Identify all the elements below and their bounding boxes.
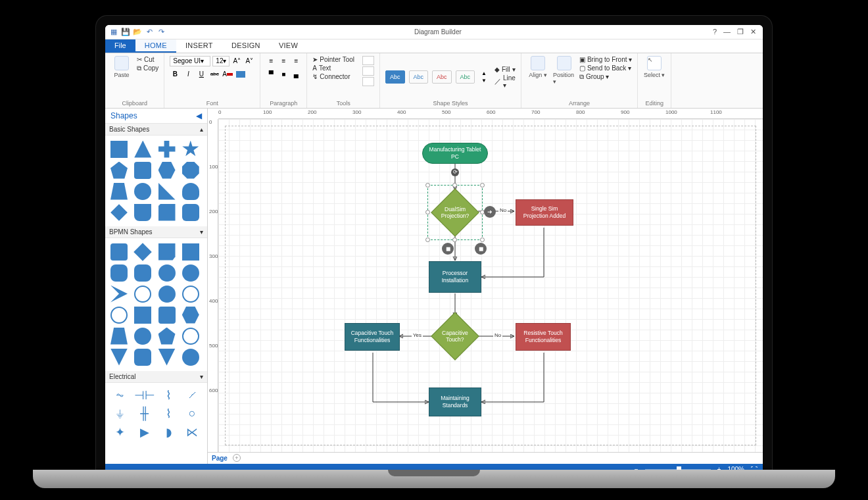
- tab-design[interactable]: DESIGN: [222, 39, 270, 53]
- shape-plus[interactable]: [158, 141, 176, 158]
- valign-top-icon[interactable]: ▀: [266, 69, 276, 80]
- elec-11[interactable]: ◗: [159, 425, 179, 439]
- tool-opt-3[interactable]: [362, 77, 374, 86]
- strike-button[interactable]: abc: [209, 69, 220, 80]
- elec-10[interactable]: ▶: [134, 425, 155, 439]
- shape-hex[interactable]: [158, 162, 176, 179]
- grid-icon[interactable]: ▦: [109, 27, 118, 36]
- bpmn-6[interactable]: [134, 264, 151, 282]
- bpmn-18[interactable]: [134, 328, 151, 345]
- grow-font-button[interactable]: A˄: [231, 56, 242, 66]
- bpmn-21[interactable]: [110, 349, 128, 366]
- elec-2[interactable]: ⊣⊢: [134, 388, 155, 403]
- highlight-button[interactable]: [235, 69, 246, 80]
- style-swatch-4[interactable]: Abc: [456, 70, 475, 84]
- shape-rrect[interactable]: [182, 204, 199, 221]
- align-button[interactable]: Align ▾: [527, 56, 549, 78]
- minimize-icon[interactable]: —: [723, 28, 731, 36]
- bpmn-22[interactable]: [134, 349, 151, 366]
- shape-oct[interactable]: [182, 162, 199, 179]
- elec-4[interactable]: ⟋: [182, 388, 202, 403]
- font-size-select[interactable]: 12 ▾: [212, 56, 229, 66]
- select-button[interactable]: ↖Select ▾: [643, 56, 665, 78]
- bpmn-14[interactable]: [134, 307, 151, 324]
- bpmn-4[interactable]: [182, 243, 199, 261]
- shape-pent[interactable]: [110, 162, 128, 179]
- elec-1[interactable]: ⏦: [110, 388, 130, 403]
- bold-button[interactable]: B: [170, 69, 180, 80]
- node-maintain[interactable]: Maintaining Standards: [429, 388, 481, 416]
- save-icon[interactable]: 💾: [121, 27, 130, 36]
- copy-button[interactable]: ⧉ Copy: [137, 64, 158, 72]
- bpmn-23[interactable]: [158, 349, 176, 366]
- shape-triangle[interactable]: [134, 141, 151, 158]
- cat-bpmn[interactable]: BPMN Shapes▾: [105, 226, 207, 238]
- pointer-tool-button[interactable]: ➤ Pointer Tool: [312, 56, 354, 63]
- paste-button[interactable]: Paste: [110, 56, 133, 78]
- bpmn-5[interactable]: [110, 264, 128, 282]
- group-button[interactable]: ⧉ Group ▾: [579, 73, 632, 81]
- bpmn-8[interactable]: [182, 264, 199, 282]
- valign-mid-icon[interactable]: ■: [278, 69, 289, 80]
- cut-button[interactable]: ✂ Cut: [137, 56, 158, 63]
- shape-card[interactable]: [158, 204, 176, 221]
- tool-opt-2[interactable]: [362, 66, 374, 76]
- valign-bot-icon[interactable]: ▄: [291, 69, 301, 80]
- sel-action-1[interactable]: ◼: [442, 243, 454, 255]
- font-color-button[interactable]: A: [222, 69, 233, 80]
- bpmn-16[interactable]: [182, 307, 199, 324]
- node-resfunc[interactable]: Resistive Touch Functionalities: [516, 323, 571, 351]
- bpmn-12[interactable]: [182, 286, 199, 303]
- fill-button[interactable]: ◆ Fill ▾: [494, 66, 516, 73]
- elec-5[interactable]: ⏚: [110, 407, 130, 421]
- maximize-icon[interactable]: ❐: [737, 28, 744, 36]
- style-more-dn[interactable]: ▼: [481, 78, 487, 84]
- shape-doc[interactable]: [134, 204, 151, 221]
- line-button[interactable]: ／ Line ▾: [494, 74, 516, 89]
- open-icon[interactable]: 📂: [133, 27, 142, 36]
- italic-button[interactable]: I: [183, 69, 193, 80]
- elec-8[interactable]: ○: [182, 407, 202, 421]
- position-button[interactable]: Position ▾: [553, 56, 575, 85]
- bpmn-20[interactable]: [182, 328, 199, 345]
- rotate-handle[interactable]: ⟳: [451, 168, 459, 176]
- node-singlesim[interactable]: Single Sim Projection Added: [516, 199, 573, 226]
- style-more-up[interactable]: ▲: [481, 70, 487, 76]
- shape-rect[interactable]: [110, 141, 128, 158]
- font-family-select[interactable]: Segoe UI ▾: [170, 56, 210, 66]
- shape-rtri[interactable]: [158, 183, 176, 200]
- file-tab[interactable]: File: [105, 39, 135, 53]
- elec-3[interactable]: ⌇: [159, 388, 179, 403]
- bpmn-19[interactable]: [158, 328, 176, 345]
- bpmn-1[interactable]: [110, 243, 128, 261]
- help-icon[interactable]: ?: [713, 28, 717, 36]
- send-back-button[interactable]: ▢ Send to Back ▾: [579, 64, 632, 72]
- collapse-panel-icon[interactable]: ◀: [196, 111, 202, 120]
- bpmn-24[interactable]: [182, 349, 199, 366]
- node-capfunc[interactable]: Capacitive Touch Functionalities: [345, 323, 400, 351]
- bpmn-7[interactable]: [158, 264, 176, 282]
- elec-9[interactable]: ✦: [110, 425, 130, 439]
- shape-diam[interactable]: [110, 204, 128, 221]
- bpmn-3[interactable]: [158, 243, 176, 261]
- shape-circ[interactable]: [134, 183, 151, 200]
- elec-12[interactable]: ⋉: [182, 425, 202, 439]
- bpmn-17[interactable]: [110, 328, 128, 345]
- align-right-icon[interactable]: ≡: [291, 56, 301, 66]
- connector-handle-right[interactable]: ➜: [484, 206, 496, 218]
- style-swatch-3[interactable]: Abc: [432, 70, 452, 84]
- shape-hept[interactable]: [134, 162, 151, 179]
- bpmn-13[interactable]: [110, 307, 128, 324]
- bpmn-2[interactable]: [133, 243, 152, 261]
- underline-button[interactable]: U: [196, 69, 206, 80]
- align-left-icon[interactable]: ≡: [266, 56, 276, 66]
- shrink-font-button[interactable]: A˅: [244, 56, 254, 66]
- cat-electrical[interactable]: Electrical▾: [105, 371, 207, 383]
- cat-basic[interactable]: Basic Shapes▴: [105, 124, 207, 136]
- connector-tool-button[interactable]: ↯ Connector: [312, 73, 354, 80]
- close-icon[interactable]: ✕: [750, 28, 756, 36]
- tab-insert[interactable]: INSERT: [176, 39, 222, 53]
- align-center-icon[interactable]: ≡: [278, 56, 289, 66]
- style-swatch-1[interactable]: Abc: [385, 70, 405, 84]
- bring-front-button[interactable]: ▣ Bring to Front ▾: [579, 56, 632, 63]
